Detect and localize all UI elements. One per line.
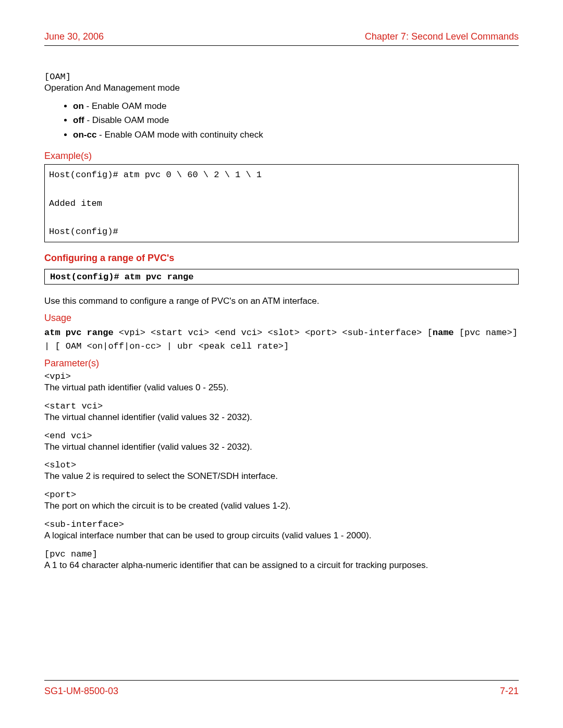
param-name: <end vci> (44, 431, 519, 441)
param-name: <vpi> (44, 372, 519, 381)
param-block: <start vci> The virtual channel identifi… (44, 401, 519, 424)
param-desc: The value 2 is required to select the SO… (44, 470, 519, 483)
section-title-pvc-range: Configuring a range of PVC's (44, 253, 519, 264)
param-block: <sub-interface> A logical interface numb… (44, 520, 519, 542)
param-desc: A 1 to 64 character alpha-numeric identi… (44, 559, 519, 572)
footer-page-number: 7-21 (500, 686, 519, 697)
param-block: <vpi> The virtual path identifier (valid… (44, 372, 519, 394)
oam-desc: Operation And Management mode (44, 82, 519, 94)
oam-options-list: on - Enable OAM mode off - Disable OAM m… (73, 100, 519, 142)
param-name: <port> (44, 490, 519, 500)
param-desc: The port on which the circuit is to be c… (44, 500, 519, 512)
param-block: <port> The port on which the circuit is … (44, 490, 519, 512)
param-block: [pvc name] A 1 to 64 character alpha-num… (44, 549, 519, 572)
usage-plain-1: <vpi> <start vci> <end vci> <slot> <port… (114, 328, 433, 338)
parameters-label: Parameter(s) (44, 358, 519, 369)
oam-label: - Enable OAM mode with continuity check (96, 130, 263, 140)
usage-label: Usage (44, 313, 519, 324)
param-block: <slot> The value 2 is required to select… (44, 460, 519, 483)
header-chapter: Chapter 7: Second Level Commands (365, 31, 519, 42)
header-date: June 30, 2006 (44, 31, 104, 42)
usage-bold-1: atm pvc range (44, 328, 114, 338)
param-desc: A logical interface number that can be u… (44, 529, 519, 542)
list-item: on-cc - Enable OAM mode with continuity … (73, 128, 519, 142)
command-text: Host(config)# atm pvc range (50, 272, 193, 282)
page-header: June 30, 2006 Chapter 7: Second Level Co… (44, 31, 519, 46)
param-desc: The virtual path identifier (valid value… (44, 381, 519, 394)
param-desc: The virtual channel identifier (valid va… (44, 441, 519, 453)
oam-tag: [OAM] (44, 72, 519, 82)
oam-key: on (73, 101, 84, 111)
param-block: <end vci> The virtual channel identifier… (44, 431, 519, 453)
intro-text: Use this command to configure a range of… (44, 295, 519, 307)
oam-key: off (73, 115, 84, 125)
param-desc: The virtual channel identifier (valid va… (44, 411, 519, 424)
oam-key: on-cc (73, 130, 96, 140)
examples-label: Example(s) (44, 151, 519, 162)
list-item: off - Disable OAM mode (73, 114, 519, 127)
page-container: June 30, 2006 Chapter 7: Second Level Co… (0, 0, 563, 728)
page-footer: SG1-UM-8500-03 7-21 (44, 680, 519, 697)
footer-doc-id: SG1-UM-8500-03 (44, 686, 118, 697)
param-name: <sub-interface> (44, 520, 519, 529)
oam-label: - Disable OAM mode (84, 115, 169, 125)
param-name: <start vci> (44, 401, 519, 411)
usage-syntax: atm pvc range <vpi> <start vci> <end vci… (44, 326, 519, 353)
oam-label: - Enable OAM mode (84, 101, 167, 111)
param-name: [pvc name] (44, 549, 519, 559)
example-code-box: Host(config)# atm pvc 0 \ 60 \ 2 \ 1 \ 1… (44, 164, 519, 242)
command-box: Host(config)# atm pvc range (44, 269, 519, 285)
list-item: on - Enable OAM mode (73, 100, 519, 113)
usage-bold-2: name (433, 328, 454, 338)
param-name: <slot> (44, 460, 519, 470)
